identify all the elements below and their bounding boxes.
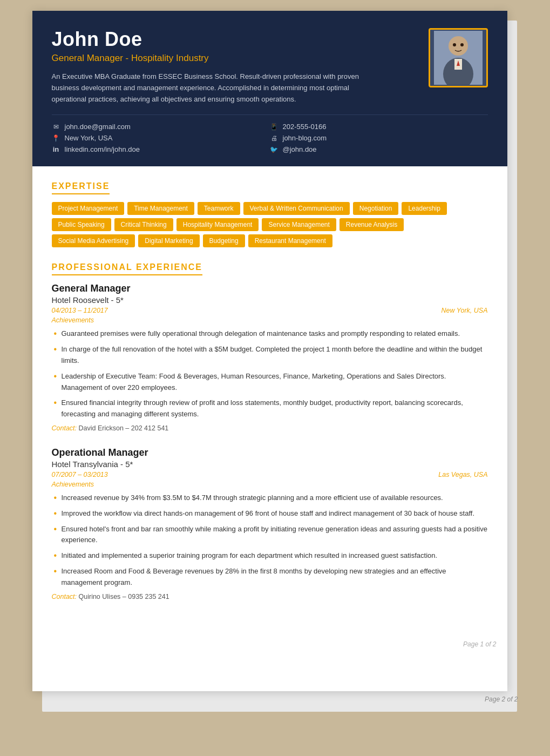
header-info: John Doe General Manager - Hospitality I… [52, 28, 416, 105]
expertise-tag: Critical Thinking [114, 218, 173, 231]
job-location: New York, USA [442, 307, 488, 314]
job-meta: 07/2007 – 03/2013 Las Vegas, USA [52, 471, 488, 478]
expertise-tag: Teamwork [198, 202, 240, 215]
contact-twitter: 🐦 @john.doe [270, 145, 488, 153]
expertise-tag: Social Media Advertising [52, 234, 135, 247]
contact-linkedin: in linkedin.com/in/john.doe [52, 145, 270, 153]
expertise-tag: Time Management [127, 202, 194, 215]
job-title: Operational Manager [52, 447, 488, 458]
expertise-tag: Revenue Analysis [339, 218, 404, 231]
achievement-item: Leadership of Executive Team: Food & Bev… [52, 371, 488, 394]
achievement-item: Increased Room and Food & Beverage reven… [52, 566, 488, 589]
contact-phone: 📱 202-555-0166 [270, 123, 488, 131]
job-contact: Contact: David Erickson – 202 412 541 [52, 424, 488, 432]
email-value: john.doe@gmail.com [65, 123, 131, 131]
achievement-item: Guaranteed premises were fully operation… [52, 328, 488, 340]
header-contacts: ✉ john.doe@gmail.com 📱 202-555-0166 📍 Ne… [52, 114, 488, 153]
contact-website: 🖨 john-blog.com [270, 134, 488, 142]
achievement-item: Ensured financial integrity through revi… [52, 397, 488, 420]
svg-point-6 [460, 43, 464, 46]
contact-email: ✉ john.doe@gmail.com [52, 123, 270, 131]
expertise-tag: Public Speaking [52, 218, 111, 231]
expertise-tag: Service Management [262, 218, 336, 231]
linkedin-icon: in [52, 145, 60, 153]
header-title: General Manager - Hospitality Industry [52, 53, 416, 64]
job-block: Operational Manager Hotel Transylvania -… [52, 447, 488, 600]
location-icon: 📍 [52, 134, 60, 142]
job-location: Las Vegas, USA [438, 471, 487, 478]
website-icon: 🖨 [270, 134, 279, 142]
resume-page: John Doe General Manager - Hospitality I… [32, 11, 507, 691]
expertise-tag: Hospitality Management [176, 218, 259, 231]
achievements-list: Guaranteed premises were fully operation… [52, 328, 488, 420]
achievements-label: Achievements [52, 481, 488, 488]
job-title: General Manager [52, 283, 488, 294]
resume-header: John Doe General Manager - Hospitality I… [32, 11, 507, 166]
header-name: John Doe [52, 28, 416, 51]
expertise-tag: Digital Marketing [138, 234, 199, 247]
job-block: General Manager Hotel Roosevelt - 5* 04/… [52, 283, 488, 432]
job-company: Hotel Roosevelt - 5* [52, 295, 488, 305]
expertise-section: EXPERTISE Project ManagementTime Managem… [52, 181, 488, 247]
svg-point-1 [449, 36, 468, 56]
page-wrapper: John Doe General Manager - Hospitality I… [32, 11, 518, 691]
jobs-container: General Manager Hotel Roosevelt - 5* 04/… [52, 283, 488, 600]
svg-point-5 [453, 43, 456, 46]
achievements-list: Increased revenue by 34% from $3.5M to $… [52, 492, 488, 589]
page-number: Page 1 of 2 [32, 635, 507, 656]
website-value: john-blog.com [283, 134, 327, 142]
expertise-tag: Restaurant Management [248, 234, 332, 247]
location-value: New York, USA [65, 134, 113, 142]
twitter-value: @john.doe [283, 145, 317, 153]
header-bio: An Executive MBA Graduate from ESSEC Bus… [52, 71, 365, 105]
expertise-tag: Budgeting [203, 234, 245, 247]
job-dates: 04/2013 – 11/2017 [52, 307, 108, 314]
twitter-icon: 🐦 [270, 146, 279, 153]
job-contact: Contact: Quirino Ulises – 0935 235 241 [52, 593, 488, 600]
expertise-tag: Leadership [402, 202, 446, 215]
achievement-item: In charge of the full renovation of the … [52, 344, 488, 367]
linkedin-value: linkedin.com/in/john.doe [65, 145, 140, 153]
expertise-title: EXPERTISE [52, 181, 110, 194]
email-icon: ✉ [52, 123, 60, 131]
achievement-item: Improved the workflow via direct hands-o… [52, 508, 488, 519]
header-photo [429, 28, 488, 87]
job-contact-value: David Erickson – 202 412 541 [79, 424, 169, 432]
achievement-item: Increased revenue by 34% from $3.5M to $… [52, 492, 488, 504]
expertise-tag: Project Management [52, 202, 125, 215]
phone-value: 202-555-0166 [283, 123, 327, 131]
expertise-tag: Verbal & Written Communication [243, 202, 350, 215]
phone-icon: 📱 [270, 123, 279, 131]
page2-indicator: Page 2 of 2 [485, 696, 518, 703]
job-contact-value: Quirino Ulises – 0935 235 241 [79, 593, 169, 600]
job-dates: 07/2007 – 03/2013 [52, 471, 108, 478]
resume-body: EXPERTISE Project ManagementTime Managem… [32, 166, 507, 634]
expertise-tag: Negotiation [353, 202, 399, 215]
experience-section: PROFESSIONAL EXPERIENCE General Manager … [52, 262, 488, 600]
tags-container: Project ManagementTime ManagementTeamwor… [52, 202, 488, 247]
contact-location: 📍 New York, USA [52, 134, 270, 142]
job-company: Hotel Transylvania - 5* [52, 460, 488, 469]
achievement-item: Ensured hotel's front and bar ran smooth… [52, 524, 488, 546]
achievement-item: Initiated and implemented a superior tra… [52, 550, 488, 562]
job-meta: 04/2013 – 11/2017 New York, USA [52, 307, 488, 314]
achievements-label: Achievements [52, 316, 488, 324]
experience-title: PROFESSIONAL EXPERIENCE [52, 262, 203, 275]
